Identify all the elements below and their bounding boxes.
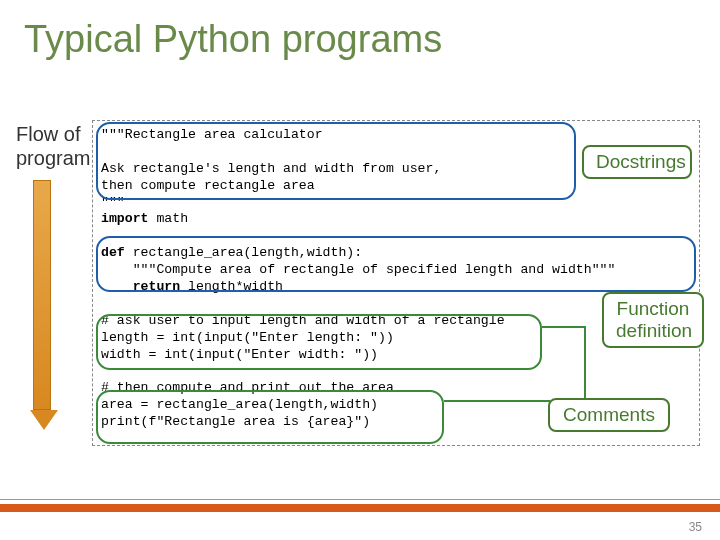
docstring-annotation-box	[96, 122, 576, 200]
comment-connector-2	[444, 400, 550, 402]
flow-label-line1: Flow of	[16, 123, 80, 145]
function-def-text: Function definition	[616, 298, 692, 341]
comment-connector-join	[584, 326, 586, 402]
slide-title: Typical Python programs	[0, 0, 720, 69]
page-number: 35	[689, 520, 702, 534]
docstrings-callout: Docstrings	[582, 145, 692, 179]
footer-divider	[0, 499, 720, 500]
comment-connector-1	[542, 326, 586, 328]
footer-accent-bar	[0, 504, 720, 512]
comments-callout: Comments	[548, 398, 670, 432]
output-block-annotation-box	[96, 390, 444, 444]
flow-of-program-label: Flow of program	[16, 122, 90, 170]
function-definition-callout: Function definition	[602, 292, 704, 348]
flow-down-arrow-icon	[30, 180, 54, 430]
function-def-annotation-box	[96, 236, 696, 292]
flow-label-line2: program	[16, 147, 90, 169]
input-block-annotation-box	[96, 314, 542, 370]
